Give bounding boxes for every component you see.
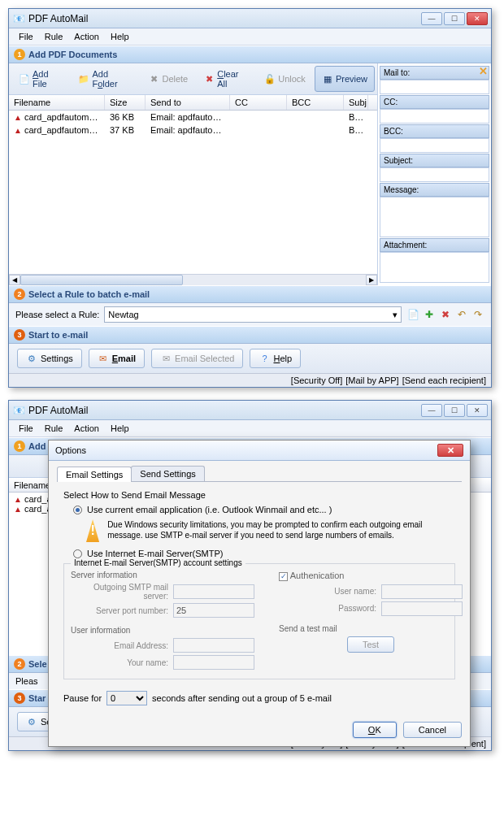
col-subj[interactable]: Subj — [344, 95, 368, 110]
menu-rule[interactable]: Rule — [40, 422, 68, 435]
maximize-button[interactable]: ☐ — [444, 12, 465, 25]
help-icon: ? — [259, 353, 270, 364]
status-recipient: [Send each recipient] — [402, 375, 486, 385]
section-1-header: 1 Add PDF Documents — [9, 46, 491, 63]
options-dialog: Options ✕ Email Settings Send Settings S… — [48, 440, 471, 747]
menu-help[interactable]: Help — [106, 422, 134, 435]
pdf-icon: ▲ — [14, 113, 22, 122]
h-scrollbar[interactable]: ◀ ▶ — [9, 274, 377, 285]
email-selected-icon: ✉ — [160, 353, 172, 364]
warning-icon: ! — [86, 519, 99, 542]
rule-new-icon[interactable]: 📄 — [406, 308, 419, 321]
mailto-field[interactable] — [380, 80, 489, 94]
your-name-label: Your name: — [71, 658, 168, 667]
scroll-thumb[interactable] — [20, 275, 183, 285]
col-size[interactable]: Size — [105, 95, 146, 110]
add-file-button[interactable]: 📄Add Add FileFile — [11, 66, 69, 92]
status-security: [Security Off] — [291, 375, 342, 385]
bcc-field[interactable] — [380, 138, 489, 153]
test-button[interactable]: Test — [347, 636, 394, 653]
cc-field[interactable] — [380, 109, 489, 124]
auth-checkbox[interactable]: ✓ — [279, 572, 288, 581]
window-title: PDF AutoMail — [28, 405, 421, 416]
message-field[interactable] — [380, 197, 489, 237]
status-mailby: [Mail by APP] — [345, 375, 398, 385]
help-button[interactable]: ?Help — [250, 349, 301, 368]
col-filename[interactable]: Filename — [9, 95, 105, 110]
settings-button[interactable]: ⚙Settings — [17, 349, 82, 368]
password-input[interactable] — [381, 601, 463, 616]
menu-file[interactable]: File — [14, 30, 38, 43]
username-input[interactable] — [381, 584, 463, 599]
minimize-button[interactable]: — — [421, 404, 442, 417]
delete-button[interactable]: ✖Delete — [141, 66, 195, 92]
delete-icon: ✖ — [148, 73, 159, 85]
pause-label-b: seconds after sending out a group of 5 e… — [152, 693, 332, 703]
radio-current-app[interactable]: Use current email application (i.e. Outl… — [73, 505, 455, 514]
section-2-title: Select a Rule to batch e-mail — [28, 289, 150, 299]
menu-file[interactable]: File — [14, 422, 38, 435]
email-addr-label: Email Address: — [71, 641, 168, 650]
unlock-button[interactable]: 🔓Unlock — [257, 66, 313, 92]
menubar: File Rule Action Help — [9, 420, 491, 437]
rule-label: Please select a Rule: — [15, 310, 99, 319]
gear-icon: ⚙ — [26, 353, 37, 364]
tab-email-settings[interactable]: Email Settings — [57, 467, 132, 482]
col-sendto[interactable]: Send to — [146, 95, 230, 110]
rule-delete-icon[interactable]: ✖ — [439, 308, 452, 321]
titlebar[interactable]: 📧 PDF AutoMail — ☐ ✕ — [9, 401, 491, 420]
smtp-server-input[interactable] — [173, 584, 254, 599]
port-input[interactable] — [173, 603, 254, 618]
attachment-field[interactable] — [380, 252, 489, 283]
col-bcc[interactable]: BCC — [287, 95, 344, 110]
step-1-badge: 1 — [14, 49, 25, 60]
toolbar: 📄Add Add FileFile 📁Add Folder ✖Delete ✖C… — [9, 63, 377, 95]
dialog-titlebar[interactable]: Options ✕ — [49, 441, 470, 461]
col-cc[interactable]: CC — [230, 95, 287, 110]
menu-help[interactable]: Help — [106, 30, 134, 43]
add-folder-button[interactable]: 📁Add Folder — [71, 66, 139, 92]
menu-action[interactable]: Action — [69, 30, 104, 43]
rule-add-icon[interactable]: ✚ — [423, 308, 436, 321]
app-icon: 📧 — [12, 12, 25, 25]
email-addr-input[interactable] — [173, 638, 254, 653]
attachment-label: Attachment: — [380, 238, 489, 252]
email-selected-button[interactable]: ✉Email Selected — [151, 349, 243, 368]
rule-export-icon[interactable]: ↷ — [471, 308, 484, 321]
rule-select[interactable]: Newtag▾ — [104, 306, 402, 323]
pause-label-a: Pause for — [63, 693, 102, 703]
tab-send-settings[interactable]: Send Settings — [131, 466, 205, 481]
subject-field[interactable] — [380, 167, 489, 182]
action-row: ⚙Settings ✉Email ✉Email Selected ?Help — [9, 344, 491, 373]
cancel-button[interactable]: Cancel — [403, 722, 462, 738]
statusbar: [Security Off] [Mail by APP] [Send each … — [9, 373, 491, 387]
pause-select[interactable]: 0 — [106, 691, 147, 705]
your-name-input[interactable] — [173, 655, 254, 670]
dialog-title: Options — [55, 445, 86, 455]
scroll-left-icon[interactable]: ◀ — [9, 275, 20, 285]
tabs: Email Settings Send Settings — [57, 466, 462, 482]
ok-button[interactable]: OK — [353, 722, 397, 738]
dialog-close-button[interactable]: ✕ — [437, 444, 463, 457]
close-button[interactable]: ✕ — [467, 404, 488, 417]
bcc-label: BCC: — [380, 124, 489, 138]
panel-close-icon[interactable]: ✕ — [479, 65, 488, 77]
table-row[interactable]: ▲ card_apdfautomailtest2 37 KB Email: ap… — [9, 124, 377, 137]
rule-import-icon[interactable]: ↶ — [455, 308, 468, 321]
close-button[interactable]: ✕ — [467, 12, 488, 25]
menu-rule[interactable]: Rule — [40, 30, 68, 43]
clear-all-button[interactable]: ✖Clear All — [197, 66, 255, 92]
file-list-header: Filename Size Send to CC BCC Subj — [9, 95, 377, 111]
table-row[interactable]: ▲ card_apdfautomailtest1 36 KB Email: ap… — [9, 111, 377, 124]
radio-smtp[interactable]: Use Internet E-mail Server(SMTP) — [73, 549, 455, 558]
email-button[interactable]: ✉Email — [89, 349, 145, 368]
subject-label: Subject: — [380, 154, 489, 167]
preview-button[interactable]: ▦Preview — [315, 66, 375, 92]
section-3-header: 3 Start to e-mail — [9, 326, 491, 344]
maximize-button[interactable]: ☐ — [444, 404, 465, 417]
scroll-right-icon[interactable]: ▶ — [366, 275, 377, 285]
titlebar[interactable]: 📧 PDF AutoMail — ☐ ✕ — [9, 9, 491, 28]
chevron-down-icon: ▾ — [393, 310, 398, 320]
minimize-button[interactable]: — — [421, 12, 442, 25]
menu-action[interactable]: Action — [69, 422, 104, 435]
